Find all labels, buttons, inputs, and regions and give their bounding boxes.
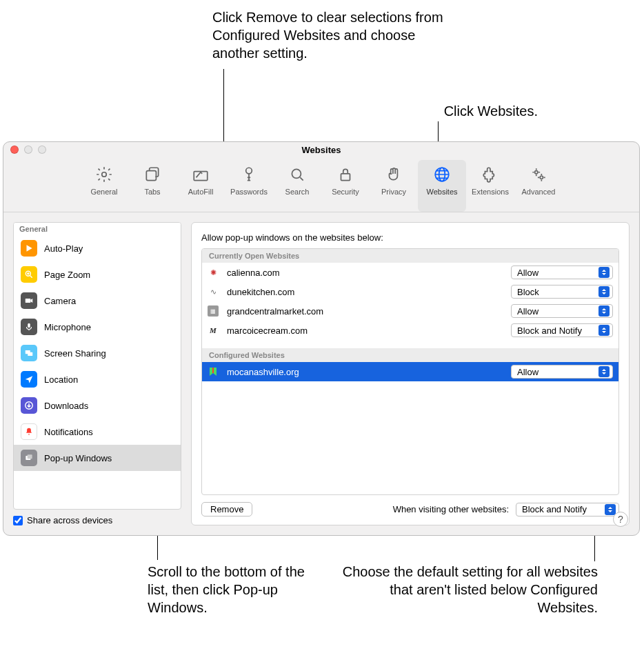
location-icon: [21, 371, 37, 388]
permission-select[interactable]: Block and Notify: [511, 323, 613, 337]
dropdown-icon: [605, 504, 616, 515]
svg-point-0: [102, 172, 107, 177]
help-button[interactable]: ?: [613, 512, 628, 527]
zoom-button[interactable]: [38, 146, 46, 154]
svg-rect-14: [28, 352, 32, 356]
website-row[interactable]: ∿ dunekitchen.com Block: [202, 282, 618, 301]
permission-select[interactable]: Allow: [511, 365, 613, 379]
svg-rect-11: [26, 299, 31, 303]
sidebar-item-autoplay[interactable]: Auto-Play: [14, 235, 181, 261]
toolbar-tabs[interactable]: Tabs: [128, 160, 177, 212]
favicon-icon: ∿: [208, 286, 219, 297]
toolbar-label: Extensions: [472, 188, 509, 196]
toolbar-advanced[interactable]: Advanced: [514, 160, 563, 212]
website-row[interactable]: M marcoicecream.com Block and Notify: [202, 321, 618, 340]
sidebar-item-popups[interactable]: Pop-up Windows: [14, 445, 181, 471]
sidebar-item-label: Downloads: [44, 401, 88, 411]
callout-websites: Click Websites.: [348, 102, 538, 120]
sidebar-item-camera[interactable]: Camera: [14, 288, 181, 314]
toolbar-label: Advanced: [522, 188, 556, 196]
sidebar-item-label: Auto-Play: [44, 243, 83, 254]
preferences-window: Websites General Tabs AutoFill Passwords…: [3, 141, 640, 536]
minimize-button[interactable]: [24, 146, 32, 154]
default-permission-select[interactable]: Block and Notify: [516, 503, 619, 516]
bottom-bar: Remove When visiting other websites: Blo…: [201, 495, 619, 516]
globe-icon: [432, 164, 452, 185]
toolbar-label: Privacy: [381, 188, 406, 196]
sidebar-item-notifications[interactable]: Notifications: [14, 419, 181, 445]
toolbar-label: General: [90, 188, 117, 196]
permission-select[interactable]: Block: [511, 285, 613, 299]
pencil-box-icon: [190, 164, 211, 185]
sidebar-item-microphone[interactable]: Microphone: [14, 314, 181, 340]
sidebar-item-downloads[interactable]: Downloads: [14, 392, 181, 419]
toolbar-passwords[interactable]: Passwords: [225, 160, 273, 212]
puzzle-icon: [480, 164, 501, 185]
toolbar-websites[interactable]: Websites: [418, 160, 466, 212]
share-across-devices-checkbox[interactable]: Share across devices: [13, 515, 181, 525]
permission-select[interactable]: Allow: [511, 265, 613, 279]
dropdown-icon: [598, 325, 610, 336]
toolbar-autofill[interactable]: AutoFill: [177, 160, 225, 212]
titlebar: Websites: [3, 142, 639, 157]
download-icon: [21, 397, 37, 414]
toolbar-label: AutoFill: [188, 188, 214, 196]
sidebar-item-pagezoom[interactable]: Page Zoom: [14, 261, 181, 288]
favicon-icon: M: [208, 325, 219, 336]
close-button[interactable]: [10, 146, 19, 154]
sidebar-item-label: Screen Sharing: [44, 348, 106, 359]
website-domain: dunekitchen.com: [224, 287, 505, 297]
toolbar-privacy[interactable]: Privacy: [370, 160, 418, 212]
website-domain: mocanashville.org: [224, 367, 505, 377]
dropdown-icon: [598, 305, 610, 317]
website-domain: marcoicecream.com: [224, 325, 505, 336]
svg-rect-5: [341, 174, 350, 181]
dropdown-icon: [598, 286, 610, 297]
website-domain: calienna.com: [224, 268, 505, 278]
svg-rect-12: [28, 323, 30, 328]
svg-point-9: [540, 176, 543, 179]
window-controls: [10, 146, 46, 154]
screens-icon: [21, 345, 37, 361]
website-row[interactable]: ▦ grandcentralmarket.com Allow: [202, 301, 618, 321]
svg-point-4: [292, 169, 301, 178]
remove-button[interactable]: Remove: [201, 502, 252, 516]
gear-icon: [94, 164, 114, 185]
sidebar-item-location[interactable]: Location: [14, 366, 181, 392]
toolbar-security[interactable]: Security: [321, 160, 370, 212]
key-icon: [239, 164, 259, 185]
sidebar-list[interactable]: General Auto-Play Page Zoom Camera Micro…: [13, 222, 181, 510]
favicon-icon: [208, 366, 219, 377]
toolbar-label: Tabs: [144, 188, 160, 196]
checkbox-label: Share across devices: [27, 515, 112, 525]
dropdown-icon: [598, 366, 610, 377]
gears-icon: [528, 164, 549, 185]
website-domain: grandcentralmarket.com: [224, 306, 505, 317]
tabs-icon: [142, 164, 163, 185]
website-row[interactable]: ✺ calienna.com Allow: [202, 263, 618, 282]
toolbar-label: Websites: [426, 188, 457, 196]
sidebar: General Auto-Play Page Zoom Camera Micro…: [13, 222, 181, 525]
main-panel: Allow pop-up windows on the websites bel…: [191, 222, 630, 525]
website-row-selected[interactable]: mocanashville.org Allow: [202, 362, 618, 381]
lock-icon: [335, 164, 356, 185]
svg-rect-1: [146, 171, 156, 181]
sidebar-item-screensharing[interactable]: Screen Sharing: [14, 340, 181, 366]
checkbox-input[interactable]: [13, 516, 23, 525]
window-title: Websites: [302, 145, 341, 155]
permission-select[interactable]: Allow: [511, 304, 613, 318]
toolbar-search[interactable]: Search: [273, 160, 321, 212]
toolbar-general[interactable]: General: [80, 160, 128, 212]
favicon-icon: ✺: [208, 267, 219, 278]
callout-scroll: Scroll to the bottom of the list, then c…: [148, 563, 306, 616]
svg-point-8: [535, 171, 538, 174]
sidebar-item-label: Camera: [44, 296, 76, 306]
toolbar-extensions[interactable]: Extensions: [466, 160, 514, 212]
sidebar-item-label: Location: [44, 374, 78, 385]
zoom-icon: [21, 266, 37, 283]
main-heading: Allow pop-up windows on the websites bel…: [201, 232, 619, 243]
toolbar-label: Search: [285, 188, 310, 196]
svg-rect-17: [28, 454, 32, 459]
window-icon: [21, 450, 37, 466]
camera-icon: [21, 292, 37, 309]
